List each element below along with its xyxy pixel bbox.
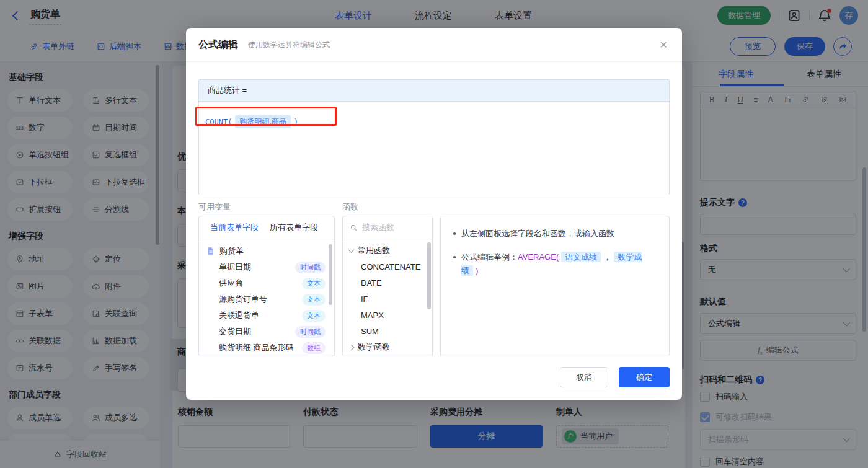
formula-expression: COUNT( 购货明细.商品 ) <box>205 115 298 128</box>
cancel-button[interactable]: 取消 <box>560 367 608 387</box>
function-group[interactable]: 数学函数 <box>343 339 432 355</box>
field-type-badge: 数组 <box>302 342 326 354</box>
formula-tips: 从左侧面板选择字段名和函数，或输入函数 公式编辑举例：AVERAGE(语文成绩，… <box>440 216 670 356</box>
search-placeholder: 搜索函数 <box>362 222 394 233</box>
variables-label: 可用变量 <box>198 201 231 213</box>
function-item[interactable]: CONCATENATE <box>343 258 432 275</box>
field-type-badge: 时间戳 <box>295 262 326 273</box>
function-group-common[interactable]: 常用函数 <box>343 242 432 258</box>
tab-all-form-fields[interactable]: 所有表单字段 <box>270 222 318 233</box>
tip-example: 公式编辑举例：AVERAGE(语文成绩，数学成绩) <box>452 250 658 278</box>
chevron-right-icon <box>348 344 355 350</box>
formula-target: 商品统计 = <box>199 80 669 102</box>
example-function: AVERAGE( <box>518 252 559 262</box>
close-icon[interactable]: × <box>660 38 667 51</box>
variable-row[interactable]: 供应商文本 <box>199 275 334 291</box>
functions-label: 函数 <box>342 201 358 213</box>
variable-row[interactable]: 单据日期时间戳 <box>199 259 334 275</box>
function-item[interactable]: SUM <box>343 323 432 339</box>
confirm-button[interactable]: 确定 <box>619 367 670 387</box>
variable-row[interactable]: 交货日期时间戳 <box>199 324 334 340</box>
functions-list: 常用函数CONCATENATEDATEIFMAPXSUM数学函数文本函数 <box>343 239 432 356</box>
variable-row[interactable]: 关联退货单文本 <box>199 307 334 324</box>
field-type-badge: 文本 <box>302 310 326 322</box>
app-window: 购货单 表单设计 流程设定 表单设置 数据管理 存 表单外链后端脚本数据权限 预… <box>0 0 868 468</box>
variables-tabs: 当前表单字段 所有表单字段 <box>199 216 334 239</box>
field-chip[interactable]: 购货明细.商品 <box>235 115 290 128</box>
variable-row[interactable]: 数组 <box>199 356 334 356</box>
tab-current-form-fields[interactable]: 当前表单字段 <box>210 222 259 233</box>
field-type-badge: 时间戳 <box>295 326 326 338</box>
functions-scrollbar[interactable] <box>427 242 431 309</box>
variables-list: 购货单 单据日期时间戳供应商文本源购货订单号文本关联退货单文本交货日期时间戳购货… <box>199 239 334 356</box>
modal-header: 公式编辑 使用数学运算符编辑公式 × <box>186 28 682 62</box>
modal-footer: 取消 确定 <box>560 367 670 387</box>
function-search[interactable]: 搜索函数 <box>343 216 432 239</box>
function-item[interactable]: IF <box>343 291 432 307</box>
variables-panel: 当前表单字段 所有表单字段 购货单 单据日期时间戳供应商文本源购货订单号文本关联… <box>198 216 335 356</box>
example-chip: 语文成绩 <box>561 252 601 262</box>
formula-editor: 商品统计 = COUNT( 购货明细.商品 ) <box>198 79 670 195</box>
formula-input-area[interactable]: COUNT( 购货明细.商品 ) <box>199 102 669 195</box>
field-type-badge: 文本 <box>302 294 326 306</box>
form-root-node[interactable]: 购货单 <box>199 243 334 259</box>
function-name: COUNT <box>205 118 228 126</box>
form-doc-icon <box>206 247 215 255</box>
field-type-badge: 文本 <box>302 278 326 289</box>
chevron-down-icon <box>348 247 355 253</box>
modal-subtitle: 使用数学运算符编辑公式 <box>248 40 330 50</box>
formula-edit-modal: 公式编辑 使用数学运算符编辑公式 × 商品统计 = COUNT( 购货明细.商品… <box>186 28 682 400</box>
functions-panel: 搜索函数 常用函数CONCATENATEDATEIFMAPXSUM数学函数文本函… <box>342 216 433 356</box>
function-item[interactable]: MAPX <box>343 307 432 323</box>
variable-row[interactable]: 购货明细.商品条形码数组 <box>199 340 334 356</box>
function-item[interactable]: DATE <box>343 275 432 291</box>
function-group[interactable]: 文本函数 <box>343 355 432 356</box>
modal-title: 公式编辑 <box>198 38 238 51</box>
variables-scrollbar[interactable] <box>329 244 332 305</box>
variable-row[interactable]: 源购货订单号文本 <box>199 291 334 307</box>
tip-line: 从左侧面板选择字段名和函数，或输入函数 <box>452 227 658 241</box>
